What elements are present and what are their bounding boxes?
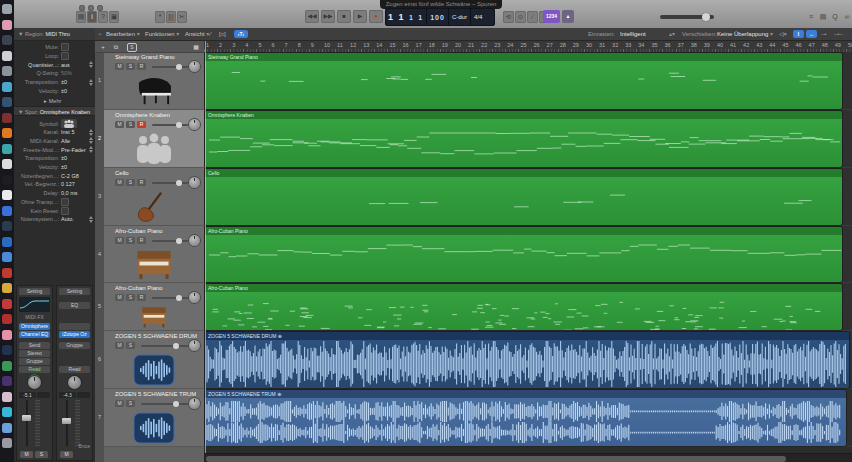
command-click-tool-icon[interactable]: [⌗]	[219, 28, 226, 40]
menu-bearbeiten[interactable]: Bearbeiten ▾	[106, 28, 140, 40]
solo-button[interactable]: S	[126, 63, 135, 70]
dock-app-icon[interactable]	[2, 113, 12, 123]
record-enable-button[interactable]: R	[137, 121, 146, 128]
track-header[interactable]: ZOGEN 5 SCHWAENE DRUMMS	[104, 331, 204, 389]
solo-button[interactable]: S	[126, 342, 135, 349]
lcd-key[interactable]: C-dur	[449, 8, 471, 26]
volume-readout[interactable]: -5.1	[19, 392, 36, 398]
dock-app-icon[interactable]	[2, 438, 12, 448]
strip-row-button[interactable]: Gruppe	[59, 342, 90, 349]
track-number[interactable]: 5	[95, 303, 104, 309]
horizontal-zoom-slider[interactable]: ‒•‒	[834, 28, 843, 40]
track-volume-slider[interactable]	[141, 403, 188, 405]
link-button[interactable]: ↔	[806, 30, 817, 38]
strip-row-button[interactable]: Stereo	[19, 350, 50, 357]
dock-app-icon[interactable]	[2, 237, 12, 247]
track-number[interactable]: 6	[95, 356, 104, 362]
stepper-control[interactable]	[89, 137, 93, 144]
midi-region[interactable]: Cello	[205, 169, 842, 225]
pan-knob[interactable]	[68, 376, 81, 389]
track-pan-knob[interactable]	[189, 61, 200, 72]
loop-browser-icon[interactable]: ∞	[842, 12, 852, 22]
search-icon[interactable]: Q	[830, 12, 840, 22]
dock-app-icon[interactable]	[2, 407, 12, 417]
more-disclosure[interactable]: ▸ Mehr	[14, 96, 95, 105]
track-volume-slider[interactable]	[152, 124, 188, 126]
pan-knob[interactable]	[28, 376, 41, 389]
track-volume-slider[interactable]	[152, 297, 188, 299]
strip-row-button[interactable]: Send	[19, 342, 50, 349]
dock-app-icon[interactable]	[2, 128, 12, 138]
dock-app-icon[interactable]	[2, 345, 12, 355]
stepper-control[interactable]	[89, 216, 93, 223]
left-click-tool-icon[interactable]: ∕	[210, 28, 211, 40]
track-symbol-icon[interactable]	[61, 119, 77, 128]
gain-readout[interactable]	[77, 392, 90, 398]
checkbox[interactable]	[61, 207, 69, 215]
mute-button[interactable]: M	[115, 294, 124, 301]
track-pan-knob[interactable]	[189, 398, 200, 409]
solo-button[interactable]: S	[126, 400, 135, 407]
solo-button[interactable]: S	[126, 294, 135, 301]
inspector-row-value[interactable]: C-2 G8	[61, 173, 79, 179]
mute-button[interactable]: M	[115, 121, 124, 128]
midi-region[interactable]: Omnisphere Knaben	[205, 111, 842, 167]
midi-region[interactable]: Afro-Cuban Piano	[205, 227, 842, 282]
stepper-control[interactable]	[89, 61, 93, 68]
track-pan-knob[interactable]	[189, 235, 200, 246]
quick-help-icon[interactable]: ?	[98, 11, 108, 23]
inspector-icon[interactable]: i	[87, 11, 97, 23]
dock-app-icon[interactable]	[2, 252, 12, 262]
setting-button[interactable]: Setting	[19, 288, 50, 295]
midi-region[interactable]: Steinway Grand Piano	[205, 53, 842, 109]
track-header[interactable]: CelloMSR	[104, 168, 204, 226]
audio-region[interactable]: ZOGEN 5 SCHWAENE TRUM ⊕	[205, 390, 846, 446]
snap-stepper[interactable]: ▴▾	[669, 28, 675, 40]
gain-readout[interactable]	[37, 392, 50, 398]
header-options-icon[interactable]: ▦	[191, 43, 201, 51]
plugin-slot[interactable]: Channel EQ	[19, 331, 50, 338]
track-volume-slider[interactable]	[152, 182, 188, 184]
track-header[interactable]: Afro-Cuban PianoMSR	[104, 283, 204, 331]
bounce-button[interactable]: Bnce	[57, 443, 90, 449]
dock-app-icon[interactable]	[2, 144, 12, 154]
checkbox[interactable]	[61, 43, 69, 51]
inspector-row-value[interactable]: ±0	[61, 164, 67, 170]
dock-app-icon[interactable]	[2, 392, 12, 402]
toolbar-icon[interactable]: ▣	[109, 11, 119, 23]
inspector-row-value[interactable]: aus	[61, 62, 70, 68]
inspector-row-value[interactable]: Pre-Fader	[61, 147, 86, 153]
solo-button[interactable]: S	[126, 121, 135, 128]
dock-app-icon[interactable]	[2, 206, 12, 216]
settings-icon[interactable]: *	[155, 11, 165, 23]
catch-playhead-button[interactable]: I	[793, 30, 804, 38]
arrange-area[interactable]: 1234567891011121314151617181920212223242…	[204, 41, 852, 462]
inspector-row-value[interactable]: 50%	[61, 70, 72, 76]
automation-button[interactable]: Read	[59, 366, 90, 373]
track-volume-slider[interactable]	[152, 240, 188, 242]
cycle-icon[interactable]: ⟲	[503, 11, 514, 23]
inspector-row-value[interactable]: Inst 5	[61, 129, 74, 135]
record-enable-button[interactable]: R	[137, 179, 146, 186]
dock-app-icon[interactable]	[2, 423, 12, 433]
mute-button[interactable]: M	[115, 400, 124, 407]
dock-app-icon[interactable]	[2, 361, 12, 371]
replace-icon[interactable]: ⊙	[515, 11, 526, 23]
stepper-control[interactable]	[89, 79, 93, 86]
horizontal-scrollbar[interactable]	[204, 453, 852, 462]
eq-thumbnail[interactable]	[19, 297, 50, 312]
library-icon[interactable]: ▤	[76, 11, 86, 23]
inspector-row-value[interactable]: ±0	[61, 88, 67, 94]
mixer-icon[interactable]: |||	[166, 11, 176, 23]
mute-button[interactable]: M	[115, 63, 124, 70]
track-number[interactable]: 1	[95, 77, 104, 83]
track-name[interactable]: ZOGEN 5 SCHWAENE TRUM	[115, 391, 196, 397]
record-button[interactable]: ●	[369, 10, 383, 23]
automation-button[interactable]: Read	[19, 366, 50, 373]
track-header[interactable]: Steinway Grand PianoMSR	[104, 52, 204, 110]
dock-app-icon[interactable]	[2, 299, 12, 309]
forward-button[interactable]: ▶▶	[321, 10, 335, 23]
mute-button[interactable]: M	[115, 342, 124, 349]
record-enable-button[interactable]: R	[137, 237, 146, 244]
note-pads-icon[interactable]: ▤	[818, 12, 828, 22]
